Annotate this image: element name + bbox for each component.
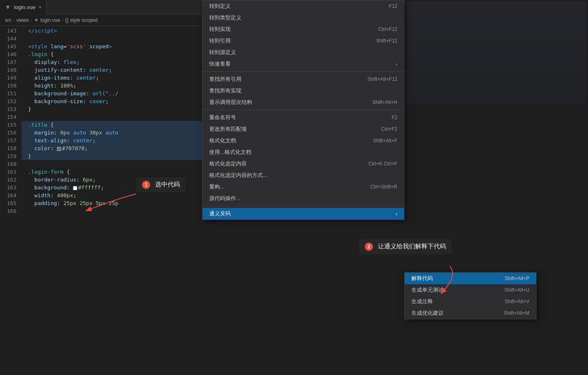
menu-item-goto-src[interactable]: 转到源定义 (203, 47, 404, 58)
breadcrumb-file[interactable]: login.vue (40, 17, 60, 23)
code-line-160 (21, 160, 202, 168)
menu-shortcut: F12 (389, 3, 397, 9)
menu-separator-1 (203, 71, 404, 72)
menu-shortcut: Shift+Alt+H (372, 99, 397, 105)
tab-close-button[interactable]: × (39, 5, 41, 9)
menu-label: 更改所有匹配项 (209, 125, 247, 133)
code-line-157: text-align: center; (21, 137, 202, 144)
menu-item-quick-peek[interactable]: 快速查看 › (203, 58, 404, 70)
menu-label: 格式化文档 (209, 137, 236, 144)
submenu-label: 生成优化建议 (411, 309, 444, 317)
menu-label: 使用...格式化文档 (209, 149, 251, 156)
menu-item-goto-def[interactable]: 转到定义 F12 (203, 0, 404, 12)
submenu-shortcut: Shift+Alt+V (505, 299, 529, 304)
menu-item-goto-impl[interactable]: 转到实现 Ctrl+F12 (203, 24, 404, 35)
code-line-151: background-image: url("../ (21, 90, 202, 97)
submenu-shortcut: Shift+Alt+M (504, 310, 529, 316)
code-line-146: .login { (21, 50, 202, 58)
menu-item-goto-type-def[interactable]: 转到类型定义 (203, 12, 404, 24)
tab-bar: ▼ login.vue × (0, 0, 202, 14)
menu-label: 格式化选定内容 (209, 160, 247, 167)
code-line-156: margin: 0px auto 30px auto (21, 129, 202, 137)
code-line-150: height: 100%; (21, 82, 202, 90)
menu-label: 查找所有引用 (209, 75, 241, 83)
breadcrumb-vue-icon: ▼ (34, 17, 39, 23)
menu-label: 转到引用 (209, 37, 231, 45)
code-line-159: } (21, 152, 202, 160)
menu-item-goto-ref[interactable]: 转到引用 Shift+F12 (203, 35, 404, 47)
menu-shortcut: Ctrl+F12 (378, 26, 397, 32)
breadcrumb: src › views › ▼ login.vue › {} style sco… (0, 14, 202, 26)
code-line-161: .login-form { (21, 168, 202, 176)
menu-item-format-sel[interactable]: 格式化选定内容 Ctrl+K Ctrl+F (203, 158, 404, 170)
vue-icon: ▼ (5, 4, 11, 10)
breadcrumb-braces: {} (65, 17, 68, 23)
breadcrumb-sep1: › (13, 17, 15, 23)
menu-item-source-action[interactable]: 源代码操作... (203, 193, 404, 204)
menu-label: 快速查看 (209, 60, 231, 68)
submenu-shortcut: Shift+Alt+U (504, 287, 529, 293)
menu-shortcut: Ctrl+F2 (381, 126, 397, 132)
menu-label: 重命名符号 (209, 114, 236, 121)
menu-item-find-all-refs[interactable]: 查找所有引用 Shift+Alt+F12 (203, 73, 404, 85)
code-line-155: .title { (21, 121, 202, 129)
breadcrumb-style[interactable]: style scoped (70, 17, 98, 23)
editor-tab[interactable]: ▼ login.vue × (0, 0, 47, 14)
submenu-label: 生成注释 (411, 298, 433, 305)
menu-item-format-doc[interactable]: 格式化文档 Shift+Alt+F (203, 135, 404, 146)
breadcrumb-sep2: › (31, 17, 32, 23)
code-line-158: color: #707070; (21, 144, 202, 152)
menu-label: 转到实现 (209, 26, 231, 33)
menu-item-rename[interactable]: 重命名符号 F2 (203, 112, 404, 123)
annotation-text-1: 选中代码 (155, 181, 180, 188)
code-line-153: } (21, 105, 202, 113)
menu-shortcut: Shift+Alt+F12 (367, 76, 397, 82)
menu-label: 转到源定义 (209, 49, 236, 56)
menu-shortcut: Ctrl+K Ctrl+F (368, 161, 397, 167)
code-line-144 (21, 35, 202, 42)
badge-number-1: 1 (142, 181, 150, 189)
context-menu[interactable]: 转到定义 F12 转到类型定义 转到实现 Ctrl+F12 转到引用 Shift… (202, 0, 404, 220)
menu-shortcut: Ctrl+Shift+R (371, 184, 397, 190)
line-numbers: 143 144 145 146 147 148 149 150 151 152 … (0, 26, 20, 375)
menu-label: 格式化选定内容的方式... (209, 172, 267, 179)
submenu-item-comment[interactable]: 生成注释 Shift+Alt+V (405, 296, 536, 307)
menu-label: 通义灵码 (209, 210, 231, 217)
menu-item-refactor[interactable]: 重构... Ctrl+Shift+R (203, 181, 404, 193)
menu-shortcut: Shift+Alt+F (373, 138, 397, 144)
chevron-right-icon-tongyi: › (396, 211, 397, 217)
tab-filename: login.vue (14, 4, 35, 10)
menu-separator-2 (203, 110, 404, 110)
menu-label: 重构... (209, 183, 224, 191)
breadcrumb-views[interactable]: views (17, 17, 29, 23)
menu-item-format-sel-with[interactable]: 格式化选定内容的方式... (203, 170, 404, 181)
code-line-149: align-items: center; (21, 74, 202, 82)
badge-number-2: 2 (365, 243, 373, 251)
annotation-text-2: 让通义给我们解释下代码 (378, 243, 446, 250)
arrow-2 (409, 264, 491, 297)
menu-shortcut: Shift+F12 (376, 38, 397, 44)
menu-item-find-all-impl[interactable]: 查找所有实现 (203, 85, 404, 97)
menu-shortcut: F2 (392, 115, 397, 120)
menu-label: 查找所有实现 (209, 87, 241, 94)
breadcrumb-src[interactable]: src (5, 17, 12, 23)
breadcrumb-sep3: › (62, 17, 64, 23)
code-line-143: </script> (21, 27, 202, 35)
annotation-badge2: 2 让通义给我们解释下代码 (359, 239, 452, 254)
code-line-145: <style lang='scss' scoped> (21, 42, 202, 50)
arrow-1 (54, 190, 144, 215)
menu-separator-3 (203, 206, 404, 206)
menu-item-call-hierarchy[interactable]: 显示调用层次结构 Shift+Alt+H (203, 97, 404, 108)
menu-label: 显示调用层次结构 (209, 99, 252, 106)
code-line-148: justify-content: center; (21, 66, 202, 74)
menu-label: 转到类型定义 (209, 14, 241, 21)
menu-item-change-all[interactable]: 更改所有匹配项 Ctrl+F2 (203, 123, 404, 135)
chevron-right-icon: › (396, 61, 397, 67)
submenu-item-optimize[interactable]: 生成优化建议 Shift+Alt+M (405, 307, 536, 319)
menu-label: 源代码操作... (209, 195, 241, 202)
code-line-147: display: flex; (21, 58, 202, 66)
submenu-shortcut: Shift+Alt+P (505, 276, 529, 281)
menu-item-format-with[interactable]: 使用...格式化文档 (203, 146, 404, 158)
menu-item-tongyi[interactable]: 通义灵码 › (203, 208, 404, 219)
code-line-152: background-size: cover; (21, 97, 202, 105)
